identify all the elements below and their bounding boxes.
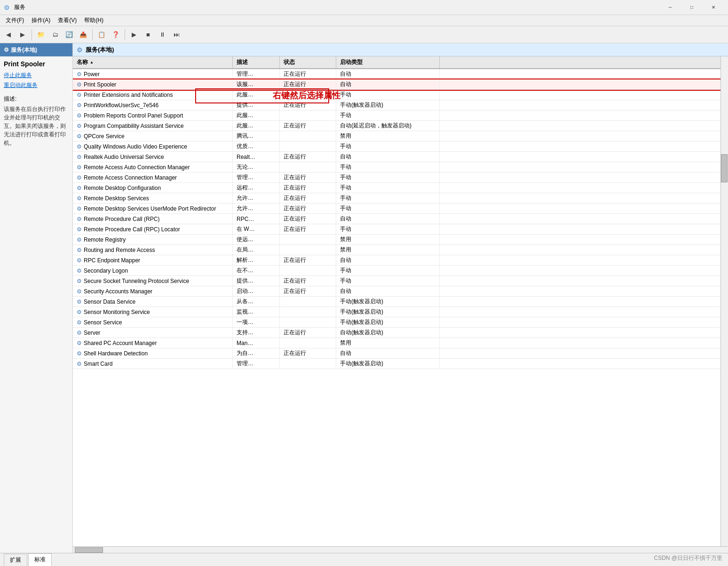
table-row[interactable]: ⚙Remote Procedure Call (RPC) Locator在 W……	[73, 224, 720, 235]
stop-service-link[interactable]: 停止此服务	[4, 71, 69, 79]
service-name-text: Remote Desktop Services	[84, 195, 149, 202]
service-desc-cell: 远程…	[233, 183, 280, 193]
menu-help[interactable]: 帮助(H)	[80, 16, 107, 25]
close-button[interactable]: ✕	[703, 0, 724, 15]
table-row[interactable]: ⚙Security Accounts Manager启动…正在运行自动	[73, 286, 720, 297]
table-row[interactable]: ⚙Printer Extensions and Notifications此服……	[73, 90, 720, 100]
service-desc-cell: 解析…	[233, 255, 280, 265]
menu-file[interactable]: 文件(F)	[2, 16, 28, 25]
scrollbar-thumb[interactable]	[721, 154, 728, 182]
service-status-cell	[280, 90, 336, 100]
refresh-button[interactable]: 🔄	[63, 28, 76, 41]
service-desc-cell: RPC…	[233, 214, 280, 224]
table-row[interactable]: ⚙Power管理…正在运行自动	[73, 69, 720, 79]
table-row[interactable]: ⚙Sensor Service一项…手动(触发器启动)	[73, 317, 720, 328]
forward-button[interactable]: ▶	[16, 28, 29, 41]
col-desc-header[interactable]: 描述	[233, 56, 280, 68]
table-row[interactable]: ⚙Remote Procedure Call (RPC)RPC…正在运行自动	[73, 214, 720, 224]
table-row[interactable]: ⚙Shared PC Account ManagerMan…禁用	[73, 338, 720, 348]
play-button[interactable]: ▶	[127, 28, 141, 41]
table-row[interactable]: ⚙Problem Reports Control Panel Support此服…	[73, 110, 720, 121]
service-startup-cell: 手动	[336, 193, 440, 203]
service-name-text: QPCore Service	[84, 133, 125, 140]
selected-service-name: Print Spooler	[4, 60, 69, 68]
table-row[interactable]: ⚙Remote Access Connection Manager管理…正在运行…	[73, 173, 720, 183]
stop-button[interactable]: ■	[142, 28, 155, 41]
table-row[interactable]: ⚙Secure Socket Tunneling Protocol Servic…	[73, 276, 720, 286]
service-status-cell: 正在运行	[280, 255, 336, 265]
service-icon: ⚙	[77, 236, 82, 243]
maximize-button[interactable]: □	[681, 0, 703, 15]
table-row[interactable]: ⚙Remote Access Auto Connection Manager无论…	[73, 162, 720, 173]
table-row[interactable]: ⚙Shell Hardware Detection为自…正在运行自动	[73, 348, 720, 359]
table-row[interactable]: ⚙QPCore Service腾讯…禁用	[73, 131, 720, 142]
folder2-button[interactable]: 🗂	[48, 28, 62, 41]
service-icon: ⚙	[77, 112, 82, 119]
table-row[interactable]: ⚙Program Compatibility Assistant Service…	[73, 121, 720, 131]
main-container: ⚙ 服务(本地) Print Spooler 停止此服务 重启动此服务 描述: …	[0, 43, 728, 553]
service-desc-cell: 在不…	[233, 266, 280, 275]
table-row[interactable]: ⚙Server支持…正在运行自动(触发器启动)	[73, 328, 720, 338]
services-table[interactable]: 名称 ▲ 描述 状态 启动类型 ⚙Power管理…正在运行自动⚙Print Sp…	[73, 56, 720, 546]
help-button[interactable]: ❓	[109, 28, 122, 41]
tab-standard[interactable]: 标准	[28, 553, 52, 566]
table-row[interactable]: ⚙Print Spooler该服…正在运行自动	[73, 79, 720, 90]
service-name-text: Remote Desktop Services UserMode Port Re…	[84, 205, 216, 212]
table-row[interactable]: ⚙Sensor Monitoring Service监视…手动(触发器启动)	[73, 307, 720, 317]
service-icon: ⚙	[77, 133, 82, 140]
table-row[interactable]: ⚙Realtek Audio Universal ServiceRealt…正在…	[73, 152, 720, 162]
properties-button[interactable]: 📋	[95, 28, 108, 41]
table-row[interactable]: ⚙Remote Registry使远…禁用	[73, 235, 720, 245]
service-icon: ⚙	[77, 299, 82, 305]
service-startup-cell: 手动(触发器启动)	[336, 100, 440, 110]
vertical-scrollbar[interactable]	[720, 56, 728, 546]
table-row[interactable]: ⚙Remote Desktop Services允许…正在运行手动	[73, 193, 720, 204]
table-row[interactable]: ⚙Quality Windows Audio Video Experience优…	[73, 142, 720, 152]
service-desc-cell: 为自…	[233, 348, 280, 358]
service-startup-cell: 手动	[336, 276, 440, 286]
horizontal-scrollbar[interactable]	[73, 546, 728, 553]
service-desc-cell: 支持…	[233, 328, 280, 338]
h-scrollbar-thumb[interactable]	[75, 547, 103, 553]
back-button[interactable]: ◀	[2, 28, 15, 41]
table-row[interactable]: ⚙Remote Desktop Services UserMode Port R…	[73, 204, 720, 214]
service-icon: ⚙	[77, 350, 82, 357]
service-name-cell: ⚙Shell Hardware Detection	[73, 348, 233, 358]
table-row[interactable]: ⚙Sensor Data Service从各…手动(触发器启动)	[73, 297, 720, 307]
table-row[interactable]: ⚙PrintWorkflowUserSvc_7e546提供…正在运行手动(触发器…	[73, 100, 720, 110]
col-status-header[interactable]: 状态	[280, 56, 336, 68]
pause-button[interactable]: ⏸	[156, 28, 169, 41]
tab-expand[interactable]: 扩展	[4, 554, 27, 566]
col-startup-header[interactable]: 启动类型	[336, 56, 440, 68]
menu-action[interactable]: 操作(A)	[28, 16, 54, 25]
table-row[interactable]: ⚙Routing and Remote Access在局…禁用	[73, 245, 720, 255]
table-row[interactable]: ⚙Secondary Logon在不…手动	[73, 266, 720, 276]
service-name-cell: ⚙Remote Registry	[73, 235, 233, 244]
service-desc-cell: 优质…	[233, 142, 280, 151]
service-name-text: Secure Socket Tunneling Protocol Service	[84, 278, 189, 284]
service-name-cell: ⚙Sensor Service	[73, 317, 233, 327]
col-name-header[interactable]: 名称 ▲	[73, 56, 233, 68]
folder-button[interactable]: 📁	[34, 28, 47, 41]
service-desc-cell: 允许…	[233, 193, 280, 203]
service-status-cell	[280, 266, 336, 275]
service-name-text: PrintWorkflowUserSvc_7e546	[84, 102, 158, 109]
table-row[interactable]: ⚙RPC Endpoint Mapper解析…正在运行自动	[73, 255, 720, 266]
window-title: 服务	[14, 3, 659, 11]
export-button[interactable]: 📤	[77, 28, 90, 41]
table-row[interactable]: ⚙Smart Card管理…手动(触发器启动)	[73, 359, 720, 369]
watermark: CSDN @日日行不惧千万里	[654, 554, 722, 562]
menu-view[interactable]: 查看(V)	[54, 16, 80, 25]
restart-button[interactable]: ⏭	[170, 28, 183, 41]
service-startup-cell: 禁用	[336, 338, 440, 348]
separator-1	[32, 29, 32, 40]
service-icon: ⚙	[77, 205, 82, 212]
service-desc-cell: 此服…	[233, 121, 280, 131]
table-header: 名称 ▲ 描述 状态 启动类型	[73, 56, 720, 69]
service-name-text: Print Spooler	[84, 81, 116, 88]
service-name-text: Sensor Monitoring Service	[84, 309, 150, 315]
table-row[interactable]: ⚙Remote Desktop Configuration远程…正在运行手动	[73, 183, 720, 193]
service-status-cell: 正在运行	[280, 69, 336, 79]
restart-service-link[interactable]: 重启动此服务	[4, 81, 69, 89]
minimize-button[interactable]: ─	[659, 0, 681, 15]
